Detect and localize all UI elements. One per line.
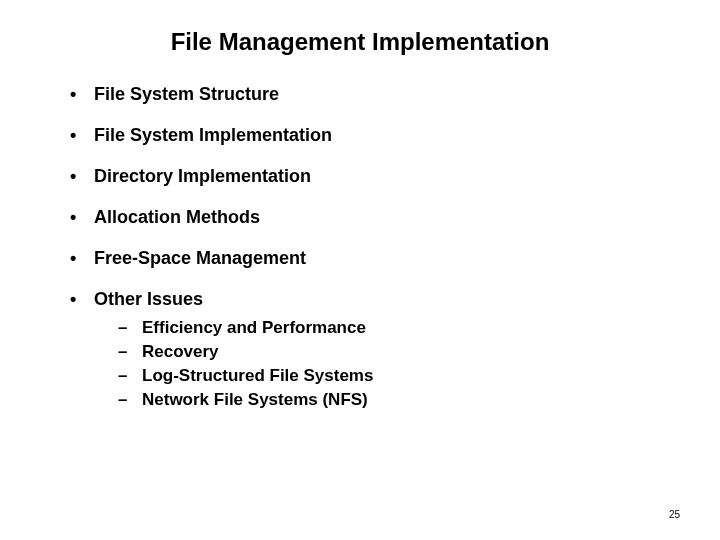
bullet-text: Directory Implementation [94, 166, 311, 186]
bullet-item: Free-Space Management [70, 248, 670, 269]
slide-title: File Management Implementation [50, 28, 670, 56]
bullet-item: File System Implementation [70, 125, 670, 146]
bullet-text: Free-Space Management [94, 248, 306, 268]
sub-bullet-list: Efficiency and Performance Recovery Log-… [94, 318, 670, 410]
bullet-text: File System Structure [94, 84, 279, 104]
bullet-text: Allocation Methods [94, 207, 260, 227]
bullet-item: File System Structure [70, 84, 670, 105]
bullet-item: Directory Implementation [70, 166, 670, 187]
bullet-item: Allocation Methods [70, 207, 670, 228]
sub-bullet-item: Recovery [118, 342, 670, 362]
sub-bullet-item: Network File Systems (NFS) [118, 390, 670, 410]
bullet-text: Other Issues [94, 289, 203, 309]
sub-bullet-item: Efficiency and Performance [118, 318, 670, 338]
bullet-text: File System Implementation [94, 125, 332, 145]
sub-bullet-text: Recovery [142, 342, 219, 361]
sub-bullet-item: Log-Structured File Systems [118, 366, 670, 386]
main-bullet-list: File System Structure File System Implem… [50, 84, 670, 410]
sub-bullet-text: Log-Structured File Systems [142, 366, 373, 385]
bullet-item: Other Issues Efficiency and Performance … [70, 289, 670, 410]
page-number: 25 [669, 509, 680, 520]
sub-bullet-text: Network File Systems (NFS) [142, 390, 368, 409]
sub-bullet-text: Efficiency and Performance [142, 318, 366, 337]
